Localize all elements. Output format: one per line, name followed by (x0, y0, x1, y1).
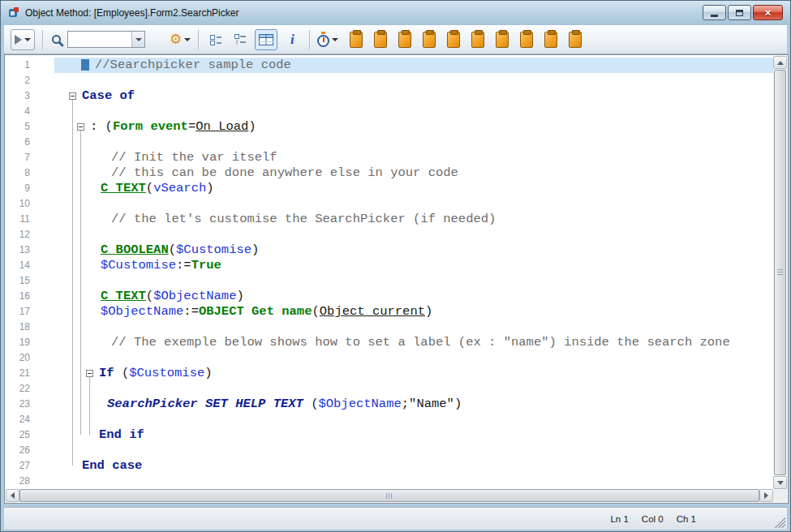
minimize-button[interactable] (703, 5, 726, 20)
close-button[interactable]: × (753, 5, 783, 20)
code-line-19[interactable]: 19// The exemple below shows how to set … (6, 335, 773, 350)
code-line-21[interactable]: 21If ($Customise) (6, 366, 773, 381)
code-line-2[interactable]: 2 (6, 73, 773, 88)
code-line-1[interactable]: 1//Searchpicker sample code (6, 58, 773, 73)
fold-toggle[interactable] (77, 123, 84, 131)
code-line-24[interactable]: 24 (6, 412, 773, 427)
line-content[interactable]: // The exemple below shows how to set a … (54, 335, 773, 350)
scroll-up-button[interactable] (773, 56, 787, 69)
code-line-13[interactable]: 13C_BOOLEAN($Customise) (6, 242, 773, 258)
expand-all-button[interactable] (206, 29, 226, 50)
horizontal-scrollbar[interactable] (6, 489, 773, 502)
line-content[interactable]: $Customise:=True (54, 258, 773, 273)
clipboard-3-button[interactable] (395, 29, 415, 50)
line-content[interactable]: // Init the var itself (54, 150, 773, 165)
line-content[interactable] (54, 273, 773, 289)
line-content[interactable] (54, 474, 773, 489)
code-line-20[interactable]: 20 (6, 350, 773, 366)
info-button[interactable]: i (282, 29, 302, 50)
code-area[interactable]: 1//Searchpicker sample code23Case of45: … (6, 56, 773, 489)
line-content[interactable] (54, 350, 773, 366)
clipboard-6-button[interactable] (468, 29, 488, 50)
search-input[interactable] (68, 32, 131, 47)
clipboard-7-button[interactable] (492, 29, 512, 50)
scroll-down-button[interactable] (773, 476, 787, 489)
macros-button[interactable]: ⚙ (170, 29, 191, 50)
code-line-27[interactable]: 27End case (6, 458, 773, 474)
line-content[interactable] (54, 443, 773, 458)
table-view-button[interactable] (255, 29, 277, 50)
clipboard-9-button[interactable] (541, 29, 561, 50)
line-content[interactable]: End case (54, 458, 773, 474)
clipboard-8-button[interactable] (517, 29, 536, 50)
code-line-18[interactable]: 18 (6, 320, 773, 335)
title-bar[interactable]: Object Method: [Employees].Form2.SearchP… (1, 1, 790, 25)
scroll-left-button[interactable] (6, 489, 19, 502)
scroll-right-button[interactable] (759, 489, 773, 502)
line-content[interactable]: // this can be done anywhere else in you… (54, 165, 773, 181)
code-line-11[interactable]: 11// the let's customise the SearchPicke… (6, 212, 773, 227)
fold-guide-line (72, 100, 73, 466)
code-line-12[interactable]: 12 (6, 227, 773, 242)
code-line-23[interactable]: 23SearchPicker SET HELP TEXT ($ObjectNam… (6, 397, 773, 412)
code-line-7[interactable]: 7// Init the var itself (6, 150, 773, 165)
code-line-15[interactable]: 15 (6, 273, 773, 289)
line-content[interactable] (54, 104, 773, 119)
search-dropdown-button[interactable] (131, 32, 144, 47)
maximize-button[interactable] (728, 5, 751, 20)
code-line-22[interactable]: 22 (6, 381, 773, 397)
code-line-5[interactable]: 5: (Form event=On Load) (6, 119, 773, 135)
line-content[interactable] (54, 412, 773, 427)
code-line-8[interactable]: 8// this can be done anywhere else in yo… (6, 165, 773, 181)
code-line-26[interactable]: 26 (6, 443, 773, 458)
code-line-16[interactable]: 16C_TEXT($ObjectName) (6, 289, 773, 304)
line-number: 16 (6, 289, 54, 304)
line-content[interactable] (54, 73, 773, 88)
line-content[interactable]: C_TEXT($ObjectName) (54, 289, 773, 304)
timer-button[interactable] (317, 29, 338, 50)
code-line-3[interactable]: 3Case of (6, 88, 773, 104)
clipboard-icon (544, 32, 557, 48)
collapse-all-button[interactable] (230, 29, 250, 50)
search-combobox[interactable] (67, 31, 145, 48)
line-content[interactable]: C_BOOLEAN($Customise) (54, 242, 773, 258)
clipboard-5-button[interactable] (444, 29, 463, 50)
code-line-14[interactable]: 14$Customise:=True (6, 258, 773, 273)
line-content[interactable]: C_TEXT(vSearch) (54, 181, 773, 196)
code-line-10[interactable]: 10 (6, 196, 773, 212)
line-content[interactable]: //Searchpicker sample code (54, 58, 773, 73)
clipboard-icon (471, 32, 484, 48)
execute-method-button[interactable] (11, 29, 35, 50)
code-line-6[interactable]: 6 (6, 135, 773, 150)
line-content[interactable]: // the let's customise the SearchPicker … (54, 212, 773, 227)
code-line-17[interactable]: 17$ObjectName:=OBJECT Get name(Object cu… (6, 304, 773, 320)
code-line-28[interactable]: 28 (6, 474, 773, 489)
line-content[interactable] (54, 320, 773, 335)
vertical-scrollbar[interactable] (773, 56, 787, 489)
line-content[interactable] (54, 381, 773, 397)
line-content[interactable] (54, 135, 773, 150)
clipboard-10-button[interactable] (565, 29, 585, 50)
line-content[interactable]: : (Form event=On Load) (54, 119, 773, 135)
fold-toggle[interactable] (69, 92, 76, 100)
line-content[interactable]: SearchPicker SET HELP TEXT ($ObjectName;… (54, 397, 773, 412)
line-content[interactable]: Case of (54, 88, 773, 104)
dropdown-arrow-icon (184, 38, 191, 41)
clipboard-2-button[interactable] (371, 29, 390, 50)
line-content[interactable]: $ObjectName:=OBJECT Get name(Object curr… (54, 304, 773, 320)
code-line-25[interactable]: 25End if (6, 427, 773, 443)
clipboard-1-button[interactable] (346, 29, 366, 50)
horizontal-scroll-thumb[interactable] (19, 489, 759, 502)
line-content[interactable] (54, 227, 773, 242)
code-line-4[interactable]: 4 (6, 104, 773, 119)
line-content[interactable]: If ($Customise) (54, 366, 773, 381)
resize-grip[interactable] (775, 517, 785, 528)
fold-toggle[interactable] (86, 370, 93, 377)
clipboard-4-button[interactable] (419, 29, 439, 50)
code-line-9[interactable]: 9C_TEXT(vSearch) (6, 181, 773, 196)
vertical-scroll-thumb[interactable] (774, 70, 786, 475)
code-token: ) (425, 304, 432, 319)
line-content[interactable] (54, 196, 773, 212)
app-window: Object Method: [Employees].Form2.SearchP… (0, 0, 791, 532)
line-content[interactable]: End if (54, 427, 773, 443)
